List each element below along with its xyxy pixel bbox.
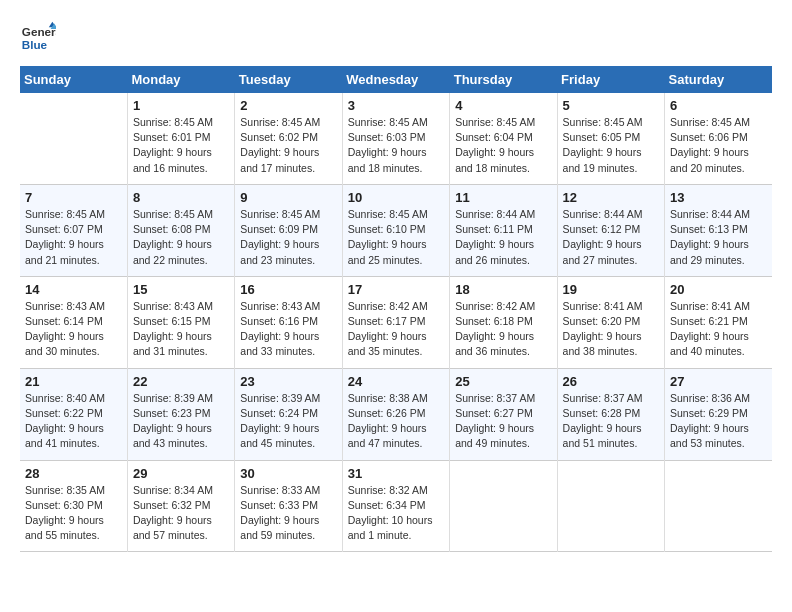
day-cell: 15Sunrise: 8:43 AM Sunset: 6:15 PM Dayli… bbox=[127, 276, 234, 368]
day-info: Sunrise: 8:45 AM Sunset: 6:01 PM Dayligh… bbox=[133, 115, 229, 176]
day-number: 28 bbox=[25, 466, 122, 481]
header-monday: Monday bbox=[127, 66, 234, 93]
header-thursday: Thursday bbox=[450, 66, 557, 93]
header-saturday: Saturday bbox=[665, 66, 772, 93]
day-cell bbox=[557, 460, 664, 552]
day-number: 24 bbox=[348, 374, 444, 389]
day-cell bbox=[20, 93, 127, 184]
day-number: 1 bbox=[133, 98, 229, 113]
calendar-table: SundayMondayTuesdayWednesdayThursdayFrid… bbox=[20, 66, 772, 552]
day-info: Sunrise: 8:45 AM Sunset: 6:03 PM Dayligh… bbox=[348, 115, 444, 176]
day-cell: 25Sunrise: 8:37 AM Sunset: 6:27 PM Dayli… bbox=[450, 368, 557, 460]
day-info: Sunrise: 8:45 AM Sunset: 6:08 PM Dayligh… bbox=[133, 207, 229, 268]
day-info: Sunrise: 8:45 AM Sunset: 6:06 PM Dayligh… bbox=[670, 115, 767, 176]
day-info: Sunrise: 8:45 AM Sunset: 6:07 PM Dayligh… bbox=[25, 207, 122, 268]
day-number: 10 bbox=[348, 190, 444, 205]
day-cell: 8Sunrise: 8:45 AM Sunset: 6:08 PM Daylig… bbox=[127, 184, 234, 276]
day-cell: 10Sunrise: 8:45 AM Sunset: 6:10 PM Dayli… bbox=[342, 184, 449, 276]
day-number: 27 bbox=[670, 374, 767, 389]
day-number: 14 bbox=[25, 282, 122, 297]
day-info: Sunrise: 8:43 AM Sunset: 6:16 PM Dayligh… bbox=[240, 299, 336, 360]
day-info: Sunrise: 8:39 AM Sunset: 6:23 PM Dayligh… bbox=[133, 391, 229, 452]
day-cell: 2Sunrise: 8:45 AM Sunset: 6:02 PM Daylig… bbox=[235, 93, 342, 184]
day-number: 31 bbox=[348, 466, 444, 481]
day-cell: 16Sunrise: 8:43 AM Sunset: 6:16 PM Dayli… bbox=[235, 276, 342, 368]
day-cell: 18Sunrise: 8:42 AM Sunset: 6:18 PM Dayli… bbox=[450, 276, 557, 368]
day-cell: 26Sunrise: 8:37 AM Sunset: 6:28 PM Dayli… bbox=[557, 368, 664, 460]
day-cell: 6Sunrise: 8:45 AM Sunset: 6:06 PM Daylig… bbox=[665, 93, 772, 184]
day-number: 16 bbox=[240, 282, 336, 297]
day-number: 17 bbox=[348, 282, 444, 297]
calendar-header-row: SundayMondayTuesdayWednesdayThursdayFrid… bbox=[20, 66, 772, 93]
day-info: Sunrise: 8:45 AM Sunset: 6:02 PM Dayligh… bbox=[240, 115, 336, 176]
day-info: Sunrise: 8:34 AM Sunset: 6:32 PM Dayligh… bbox=[133, 483, 229, 544]
day-info: Sunrise: 8:43 AM Sunset: 6:14 PM Dayligh… bbox=[25, 299, 122, 360]
svg-text:Blue: Blue bbox=[22, 38, 48, 51]
day-info: Sunrise: 8:44 AM Sunset: 6:11 PM Dayligh… bbox=[455, 207, 551, 268]
header-wednesday: Wednesday bbox=[342, 66, 449, 93]
day-number: 6 bbox=[670, 98, 767, 113]
day-number: 4 bbox=[455, 98, 551, 113]
header-sunday: Sunday bbox=[20, 66, 127, 93]
day-number: 21 bbox=[25, 374, 122, 389]
day-info: Sunrise: 8:32 AM Sunset: 6:34 PM Dayligh… bbox=[348, 483, 444, 544]
day-number: 3 bbox=[348, 98, 444, 113]
day-number: 20 bbox=[670, 282, 767, 297]
day-cell: 13Sunrise: 8:44 AM Sunset: 6:13 PM Dayli… bbox=[665, 184, 772, 276]
day-number: 2 bbox=[240, 98, 336, 113]
day-cell: 1Sunrise: 8:45 AM Sunset: 6:01 PM Daylig… bbox=[127, 93, 234, 184]
day-number: 12 bbox=[563, 190, 659, 205]
day-cell bbox=[665, 460, 772, 552]
day-number: 7 bbox=[25, 190, 122, 205]
day-number: 18 bbox=[455, 282, 551, 297]
day-cell: 27Sunrise: 8:36 AM Sunset: 6:29 PM Dayli… bbox=[665, 368, 772, 460]
week-row-4: 21Sunrise: 8:40 AM Sunset: 6:22 PM Dayli… bbox=[20, 368, 772, 460]
day-info: Sunrise: 8:44 AM Sunset: 6:13 PM Dayligh… bbox=[670, 207, 767, 268]
day-cell: 22Sunrise: 8:39 AM Sunset: 6:23 PM Dayli… bbox=[127, 368, 234, 460]
header-friday: Friday bbox=[557, 66, 664, 93]
week-row-3: 14Sunrise: 8:43 AM Sunset: 6:14 PM Dayli… bbox=[20, 276, 772, 368]
day-info: Sunrise: 8:38 AM Sunset: 6:26 PM Dayligh… bbox=[348, 391, 444, 452]
day-info: Sunrise: 8:45 AM Sunset: 6:09 PM Dayligh… bbox=[240, 207, 336, 268]
day-number: 30 bbox=[240, 466, 336, 481]
day-info: Sunrise: 8:45 AM Sunset: 6:10 PM Dayligh… bbox=[348, 207, 444, 268]
day-number: 5 bbox=[563, 98, 659, 113]
day-info: Sunrise: 8:45 AM Sunset: 6:05 PM Dayligh… bbox=[563, 115, 659, 176]
day-number: 11 bbox=[455, 190, 551, 205]
day-info: Sunrise: 8:40 AM Sunset: 6:22 PM Dayligh… bbox=[25, 391, 122, 452]
day-info: Sunrise: 8:37 AM Sunset: 6:28 PM Dayligh… bbox=[563, 391, 659, 452]
day-cell: 3Sunrise: 8:45 AM Sunset: 6:03 PM Daylig… bbox=[342, 93, 449, 184]
day-number: 9 bbox=[240, 190, 336, 205]
day-cell: 23Sunrise: 8:39 AM Sunset: 6:24 PM Dayli… bbox=[235, 368, 342, 460]
day-info: Sunrise: 8:41 AM Sunset: 6:21 PM Dayligh… bbox=[670, 299, 767, 360]
day-cell: 12Sunrise: 8:44 AM Sunset: 6:12 PM Dayli… bbox=[557, 184, 664, 276]
page-header: General Blue bbox=[20, 20, 772, 56]
day-cell: 9Sunrise: 8:45 AM Sunset: 6:09 PM Daylig… bbox=[235, 184, 342, 276]
day-cell: 11Sunrise: 8:44 AM Sunset: 6:11 PM Dayli… bbox=[450, 184, 557, 276]
day-info: Sunrise: 8:43 AM Sunset: 6:15 PM Dayligh… bbox=[133, 299, 229, 360]
week-row-5: 28Sunrise: 8:35 AM Sunset: 6:30 PM Dayli… bbox=[20, 460, 772, 552]
day-number: 13 bbox=[670, 190, 767, 205]
day-number: 26 bbox=[563, 374, 659, 389]
week-row-2: 7Sunrise: 8:45 AM Sunset: 6:07 PM Daylig… bbox=[20, 184, 772, 276]
day-number: 29 bbox=[133, 466, 229, 481]
day-number: 19 bbox=[563, 282, 659, 297]
day-number: 8 bbox=[133, 190, 229, 205]
day-info: Sunrise: 8:41 AM Sunset: 6:20 PM Dayligh… bbox=[563, 299, 659, 360]
day-info: Sunrise: 8:35 AM Sunset: 6:30 PM Dayligh… bbox=[25, 483, 122, 544]
day-number: 22 bbox=[133, 374, 229, 389]
day-info: Sunrise: 8:39 AM Sunset: 6:24 PM Dayligh… bbox=[240, 391, 336, 452]
day-number: 23 bbox=[240, 374, 336, 389]
day-info: Sunrise: 8:45 AM Sunset: 6:04 PM Dayligh… bbox=[455, 115, 551, 176]
day-cell: 17Sunrise: 8:42 AM Sunset: 6:17 PM Dayli… bbox=[342, 276, 449, 368]
day-cell: 14Sunrise: 8:43 AM Sunset: 6:14 PM Dayli… bbox=[20, 276, 127, 368]
day-info: Sunrise: 8:37 AM Sunset: 6:27 PM Dayligh… bbox=[455, 391, 551, 452]
day-info: Sunrise: 8:44 AM Sunset: 6:12 PM Dayligh… bbox=[563, 207, 659, 268]
day-cell: 30Sunrise: 8:33 AM Sunset: 6:33 PM Dayli… bbox=[235, 460, 342, 552]
day-cell: 4Sunrise: 8:45 AM Sunset: 6:04 PM Daylig… bbox=[450, 93, 557, 184]
day-cell: 31Sunrise: 8:32 AM Sunset: 6:34 PM Dayli… bbox=[342, 460, 449, 552]
day-cell: 5Sunrise: 8:45 AM Sunset: 6:05 PM Daylig… bbox=[557, 93, 664, 184]
day-info: Sunrise: 8:36 AM Sunset: 6:29 PM Dayligh… bbox=[670, 391, 767, 452]
day-cell: 7Sunrise: 8:45 AM Sunset: 6:07 PM Daylig… bbox=[20, 184, 127, 276]
week-row-1: 1Sunrise: 8:45 AM Sunset: 6:01 PM Daylig… bbox=[20, 93, 772, 184]
